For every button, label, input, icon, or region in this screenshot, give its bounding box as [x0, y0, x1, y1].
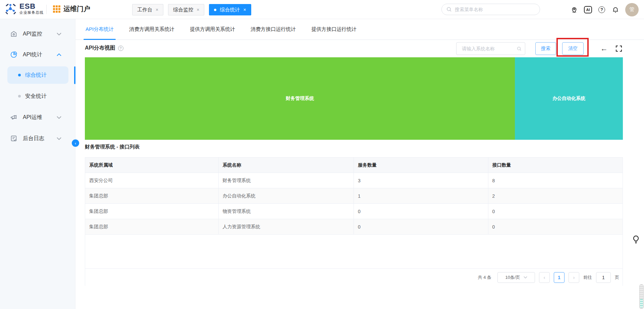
fullscreen-icon[interactable]	[615, 45, 623, 53]
sidebar-item-api-statistics[interactable]: API统计	[0, 47, 75, 62]
search-button[interactable]: 搜索	[535, 42, 556, 55]
log-icon	[10, 135, 17, 142]
header-divider	[46, 5, 47, 14]
monitor-icon	[10, 30, 17, 38]
pie-icon	[10, 51, 17, 58]
top-header: ESB 企业服务总线 运维门户 工作台 × 综合监控 × 综合统计 ×	[0, 0, 644, 19]
help-icon[interactable]: ?	[598, 6, 606, 14]
page-size-select[interactable]: 10条/页	[497, 272, 535, 283]
table-header-row: 系统所属域 系统名称 服务数量 接口数量	[85, 158, 623, 173]
esb-network-icon	[5, 3, 17, 15]
window-tab-monitoring[interactable]: 综合监控 ×	[168, 4, 204, 15]
treemap-block-office-automation[interactable]: 办公自动化系统	[515, 57, 623, 140]
menu-search-box[interactable]	[441, 4, 540, 15]
close-icon[interactable]: ×	[156, 7, 158, 12]
api-distribution-treemap: 财务管理系统 办公自动化系统	[85, 57, 623, 140]
pagination-bar: 共 4 条 10条/页 ‹ 1 › 前往 页	[85, 269, 623, 286]
tab-consumer-interface-run[interactable]: 消费方接口运行统计	[251, 19, 296, 40]
portal-grid-icon	[53, 5, 60, 13]
chevron-down-icon	[57, 137, 61, 140]
search-icon	[446, 7, 452, 12]
lightbulb-icon[interactable]	[632, 235, 640, 244]
table-empty-area	[85, 235, 623, 269]
chevron-down-icon	[57, 33, 61, 36]
table-row[interactable]: 集团总部 办公自动化系统 1 2	[85, 188, 623, 204]
sidebar-item-api-ops[interactable]: API运维	[0, 110, 75, 125]
page-unit-label: 页	[615, 274, 619, 281]
bell-icon[interactable]	[611, 6, 620, 14]
table-row[interactable]: 西安分公司 财务管理系统 3 8	[85, 173, 623, 188]
portal-title-block: 运维门户	[53, 4, 90, 13]
panel-header: API分布视图 ? 搜索 清空 ←	[75, 40, 644, 57]
next-page-button[interactable]: ›	[569, 272, 579, 283]
tab-consumer-call-relation[interactable]: 消费方调用关系统计	[129, 19, 174, 40]
clear-button[interactable]: 清空	[562, 42, 584, 55]
column-header-domain: 系统所属域	[85, 158, 219, 173]
sidebar-subitem-security-stats[interactable]: 安全统计	[7, 87, 68, 105]
table-row[interactable]: 集团总部 物资管理系统 0 0	[85, 204, 623, 219]
goto-page-input[interactable]	[596, 272, 611, 283]
window-tab-workbench[interactable]: 工作台 ×	[132, 4, 163, 15]
brand-subtitle: 企业服务总线	[19, 10, 44, 15]
avatar[interactable]: 管	[625, 3, 639, 16]
prev-page-button[interactable]: ‹	[539, 272, 550, 283]
column-header-service-count: 服务数量	[354, 158, 488, 173]
system-name-search-box[interactable]	[456, 42, 525, 55]
tab-provider-interface-run[interactable]: 提供方接口运行统计	[311, 19, 357, 40]
tab-provider-call-relation[interactable]: 提供方调用关系统计	[190, 19, 235, 40]
brand-logo: ESB 企业服务总线	[5, 3, 44, 15]
back-arrow-icon[interactable]: ←	[599, 44, 609, 53]
close-icon[interactable]: ×	[197, 7, 199, 12]
window-tabs: 工作台 × 综合监控 × 综合统计 ×	[132, 4, 251, 15]
close-icon[interactable]: ×	[243, 7, 246, 12]
inactive-dot	[18, 95, 21, 98]
location-icon[interactable]	[570, 6, 578, 14]
panel-title: API分布视图 ?	[85, 45, 123, 52]
search-icon	[517, 46, 522, 51]
chevron-down-icon	[57, 116, 61, 119]
interface-list-title: 财务管理系统 - 接口列表	[85, 144, 140, 150]
chevron-down-icon	[524, 276, 527, 279]
pagination-total: 共 4 条	[478, 274, 491, 281]
interface-table: 系统所属域 系统名称 服务数量 接口数量 西安分公司 财务管理系统 3 8 集团…	[85, 157, 623, 286]
tab-api-distribution[interactable]: API分布统计	[86, 19, 114, 40]
column-header-system-name: 系统名称	[219, 158, 354, 173]
table-row[interactable]: 集团总部 人力资源管理系统 0 0	[85, 219, 623, 235]
sidebar-item-api-monitor[interactable]: API监控	[0, 26, 75, 41]
statistics-tabs: API分布统计 消费方调用关系统计 提供方调用关系统计 消费方接口运行统计 提供…	[75, 19, 644, 40]
sidebar-subitem-comprehensive-stats[interactable]: 综合统计	[7, 66, 68, 84]
screen: ESB 企业服务总线 运维门户 工作台 × 综合监控 × 综合统计 ×	[0, 0, 644, 309]
sidebar: API监控 API统计 综合统计 安全统计 API运维	[0, 19, 75, 309]
menu-search-input[interactable]	[454, 6, 535, 12]
active-dot	[214, 9, 216, 11]
portal-title: 运维门户	[63, 4, 90, 13]
window-tab-statistics[interactable]: 综合统计 ×	[209, 4, 251, 15]
page-scrollbar-thumb[interactable]	[639, 284, 644, 309]
main-content: API分布统计 消费方调用关系统计 提供方调用关系统计 消费方接口运行统计 提供…	[75, 19, 644, 309]
help-icon[interactable]: ?	[118, 46, 123, 51]
treemap-block-finance[interactable]: 财务管理系统	[85, 57, 515, 140]
chevron-up-icon	[57, 53, 61, 56]
header-action-icons: AI ? 管	[570, 0, 639, 19]
active-dot	[18, 74, 21, 76]
sidebar-collapse-button[interactable]: ‹	[72, 139, 79, 147]
ai-icon[interactable]: AI	[584, 6, 592, 14]
page-number-button[interactable]: 1	[554, 272, 565, 283]
ops-icon	[10, 114, 17, 121]
brand-name: ESB	[19, 3, 44, 10]
column-header-interface-count: 接口数量	[488, 158, 623, 173]
goto-label: 前往	[583, 274, 592, 281]
sidebar-item-backend-logs[interactable]: 后台日志	[0, 131, 75, 146]
system-name-input[interactable]	[461, 46, 517, 52]
